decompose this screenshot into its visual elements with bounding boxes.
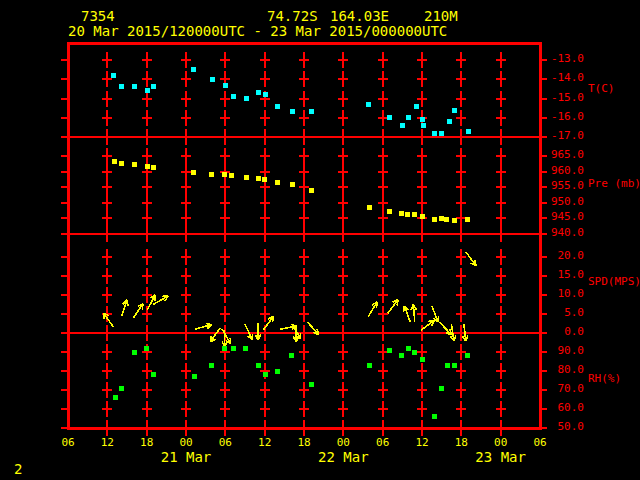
pressure-point xyxy=(465,217,470,222)
wind-arrow xyxy=(397,300,398,306)
humidity-point xyxy=(445,363,450,368)
y-axis-tick-label: 20.0 xyxy=(546,250,584,262)
humidity-point xyxy=(289,353,294,358)
y-axis-tick-label: 50.0 xyxy=(546,421,584,433)
temperature-point xyxy=(275,104,280,109)
humidity-point xyxy=(412,350,417,355)
pressure-point xyxy=(262,177,267,182)
temperature-point xyxy=(290,109,295,114)
pressure-point xyxy=(222,172,227,177)
pressure-point xyxy=(405,212,410,217)
panel-name-label: SPD(MPS) xyxy=(588,276,640,288)
humidity-point xyxy=(309,382,314,387)
x-axis-hour-label: 00 xyxy=(488,437,514,449)
x-axis-hour-label: 18 xyxy=(448,437,474,449)
wind-arrow xyxy=(142,304,143,310)
panel-name-label: Pre (mb) xyxy=(588,178,640,190)
x-axis-hour-label: 06 xyxy=(370,437,396,449)
y-axis-tick-label: 945.0 xyxy=(546,211,584,223)
temperature-point xyxy=(452,108,457,113)
temperature-point xyxy=(439,131,444,136)
panel-name-label: RH(%) xyxy=(588,373,621,385)
y-axis-tick-label: -15.0 xyxy=(546,92,584,104)
y-axis-tick-label: 960.0 xyxy=(546,165,584,177)
humidity-point xyxy=(209,363,214,368)
y-axis-tick-label: 10.0 xyxy=(546,288,584,300)
x-axis-hour-label: 06 xyxy=(212,437,238,449)
humidity-point xyxy=(119,386,124,391)
temperature-point xyxy=(223,83,228,88)
pressure-point xyxy=(145,164,150,169)
temperature-point xyxy=(256,90,261,95)
pressure-point xyxy=(309,188,314,193)
wind-arrow xyxy=(273,316,274,322)
humidity-point xyxy=(113,395,118,400)
pressure-point xyxy=(444,217,449,222)
y-axis-tick-label: 965.0 xyxy=(546,149,584,161)
humidity-point xyxy=(144,346,149,351)
humidity-point xyxy=(243,346,248,351)
temperature-point xyxy=(263,92,268,97)
pressure-point xyxy=(412,212,417,217)
pressure-point xyxy=(151,165,156,170)
humidity-point xyxy=(439,386,444,391)
pressure-point xyxy=(229,173,234,178)
humidity-point xyxy=(465,353,470,358)
temperature-point xyxy=(406,115,411,120)
humidity-point xyxy=(387,348,392,353)
temperature-point xyxy=(210,77,215,82)
pressure-point xyxy=(244,175,249,180)
wind-arrow xyxy=(210,336,211,342)
temperature-point xyxy=(145,88,150,93)
humidity-point xyxy=(192,374,197,379)
humidity-point xyxy=(420,357,425,362)
temperature-point xyxy=(421,123,426,128)
humidity-point xyxy=(151,372,156,377)
x-axis-date-label: 23 Mar xyxy=(471,450,531,465)
humidity-point xyxy=(367,363,372,368)
y-axis-tick-label: -17.0 xyxy=(546,130,584,142)
temperature-point xyxy=(447,119,452,124)
temperature-point xyxy=(400,123,405,128)
temperature-point xyxy=(309,109,314,114)
temperature-point xyxy=(132,84,137,89)
x-axis-date-label: 21 Mar xyxy=(156,450,216,465)
humidity-point xyxy=(399,353,404,358)
humidity-point xyxy=(432,414,437,419)
y-axis-tick-label: 5.0 xyxy=(546,307,584,319)
pressure-point xyxy=(420,214,425,219)
pressure-point xyxy=(209,172,214,177)
y-axis-tick-label: 80.0 xyxy=(546,364,584,376)
humidity-point xyxy=(231,346,236,351)
temperature-point xyxy=(119,84,124,89)
humidity-point xyxy=(256,363,261,368)
x-axis-date-label: 22 Mar xyxy=(313,450,373,465)
pressure-point xyxy=(432,217,437,222)
x-axis-hour-label: 12 xyxy=(94,437,120,449)
pressure-point xyxy=(275,180,280,185)
x-axis-hour-label: 06 xyxy=(55,437,81,449)
y-axis-tick-label: 60.0 xyxy=(546,402,584,414)
temperature-point xyxy=(244,96,249,101)
wind-arrow xyxy=(127,300,128,306)
humidity-point xyxy=(452,363,457,368)
humidity-point xyxy=(275,369,280,374)
pressure-point xyxy=(191,170,196,175)
humidity-point xyxy=(222,346,227,351)
y-axis-tick-label: -14.0 xyxy=(546,72,584,84)
temperature-point xyxy=(191,67,196,72)
x-axis-hour-label: 00 xyxy=(330,437,356,449)
pressure-point xyxy=(132,162,137,167)
meteogram-plot xyxy=(0,0,640,480)
temperature-point xyxy=(231,94,236,99)
humidity-point xyxy=(132,350,137,355)
meteogram-screen: 7354 74.72S 164.03E 210M 20 Mar 2015/120… xyxy=(0,0,640,480)
temperature-point xyxy=(420,117,425,122)
time-range-label: 20 Mar 2015/120000UTC - 23 Mar 2015/0000… xyxy=(68,24,447,39)
pressure-point xyxy=(439,216,444,221)
temperature-point xyxy=(366,102,371,107)
pressure-point xyxy=(387,209,392,214)
y-axis-tick-label: 70.0 xyxy=(546,383,584,395)
x-axis-hour-label: 00 xyxy=(173,437,199,449)
panel-name-label: T(C) xyxy=(588,83,615,95)
